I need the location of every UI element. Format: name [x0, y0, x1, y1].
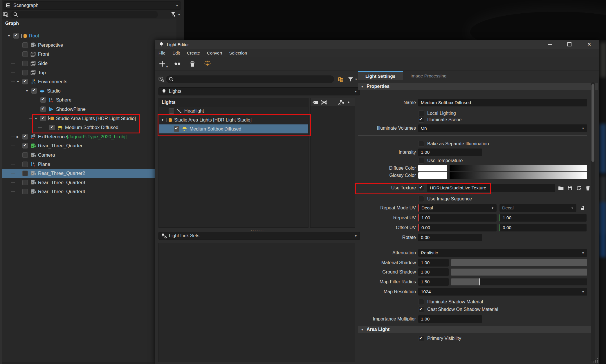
- value-input[interactable]: 1.00: [418, 259, 449, 267]
- minimize-button[interactable]: [540, 40, 560, 49]
- visibility-checkbox[interactable]: [40, 116, 46, 121]
- lock-icon[interactable]: [580, 205, 586, 211]
- checkbox[interactable]: [418, 158, 424, 164]
- menu-edit[interactable]: Edit: [172, 50, 180, 55]
- visibility-checkbox[interactable]: [22, 42, 28, 48]
- value-input-v[interactable]: 0.00: [499, 224, 587, 231]
- visibility-checkbox[interactable]: [13, 33, 19, 39]
- tree-item-rear-three-quarter3[interactable]: PRear_Three_Quarter3: [2, 178, 176, 187]
- node-graph-icon[interactable]: [338, 99, 345, 106]
- floppy-icon[interactable]: [567, 185, 573, 191]
- light-enable-checkbox[interactable]: [169, 108, 174, 114]
- tree-item-rear-three-quarter2[interactable]: PRear_Three_Quarter2: [2, 169, 176, 178]
- hierarchy-icon[interactable]: [338, 76, 344, 82]
- visibility-checkbox[interactable]: [22, 152, 28, 158]
- visibility-checkbox[interactable]: [49, 125, 55, 130]
- maximize-button[interactable]: [560, 40, 579, 49]
- scenegraph-left-scrollbar[interactable]: [0, 0, 2, 364]
- lights-group-selector[interactable]: Lights ▼: [158, 87, 360, 95]
- light-link-sets-selector[interactable]: Light Link Sets ▼: [158, 232, 360, 240]
- color-swatch[interactable]: [418, 165, 447, 171]
- tree-item-front[interactable]: Front: [2, 50, 176, 59]
- tag-icon[interactable]: [311, 99, 319, 106]
- tree-item-root[interactable]: ▼Root: [2, 31, 176, 41]
- menu-convert[interactable]: Convert: [207, 50, 222, 55]
- dropdown[interactable]: 1024▼: [418, 288, 587, 296]
- insert-marker-icon[interactable]: [329, 99, 336, 106]
- value-input[interactable]: 1.00: [418, 268, 449, 276]
- tree-item-plane[interactable]: Plane: [2, 160, 176, 169]
- visibility-checkbox[interactable]: [22, 79, 28, 84]
- checkbox[interactable]: [418, 299, 424, 305]
- light-item-medium-softbox-diffused[interactable]: Medium Softbox Diffused: [159, 124, 308, 133]
- expand-arrow-icon[interactable]: ▼: [17, 80, 22, 83]
- value-input[interactable]: 0.00: [418, 234, 482, 241]
- expand-arrow-icon[interactable]: ▼: [35, 117, 40, 120]
- texture-name-field[interactable]: HDRLightStudioLive Texture: [427, 184, 555, 192]
- tree-item-shadowplane[interactable]: ShadowPlane: [2, 105, 176, 114]
- filter-icon[interactable]: [347, 76, 354, 82]
- select-lines-cursor-icon[interactable]: [161, 11, 168, 18]
- dropdown[interactable]: Realistic▼: [418, 249, 587, 257]
- checkbox[interactable]: [418, 196, 424, 202]
- dropdown[interactable]: On▼: [418, 124, 587, 132]
- value-input[interactable]: 1.00: [418, 149, 482, 156]
- expand-arrow-icon[interactable]: ▼: [26, 89, 31, 93]
- window-resize-grip[interactable]: [591, 356, 598, 363]
- scenegraph-module-selector[interactable]: Scenegraph ▼: [3, 1, 181, 10]
- value-input[interactable]: Medium Softbox Diffused: [418, 99, 587, 106]
- tree-item-studio[interactable]: ▼Studio: [2, 86, 176, 96]
- visibility-checkbox[interactable]: [22, 171, 28, 176]
- expand-arrow-icon[interactable]: ▼: [161, 118, 166, 122]
- use-texture-checkbox[interactable]: [418, 185, 424, 191]
- filter-cursor-icon[interactable]: [170, 11, 177, 18]
- tree-item-sphere[interactable]: Sphere: [2, 95, 176, 105]
- lights-search-input[interactable]: [166, 75, 334, 83]
- visibility-checkbox[interactable]: [22, 143, 28, 149]
- tree-item-perspective[interactable]: PPerspective: [2, 41, 176, 50]
- slider[interactable]: [451, 259, 587, 266]
- value-input[interactable]: 1.50: [418, 278, 449, 286]
- visibility-checkbox[interactable]: [22, 51, 28, 57]
- settings-scrollbar[interactable]: [591, 82, 595, 362]
- folder-icon[interactable]: [558, 185, 564, 191]
- refresh-icon[interactable]: [576, 185, 582, 191]
- value-input-u[interactable]: 0.00: [418, 224, 497, 231]
- checkbox[interactable]: [418, 117, 424, 123]
- tree-item-side[interactable]: Side: [2, 59, 176, 68]
- slider[interactable]: [451, 278, 587, 285]
- visibility-checkbox[interactable]: [31, 88, 37, 94]
- tree-item-environments[interactable]: ▼Environments: [2, 77, 176, 86]
- tree-item-top[interactable]: Top: [2, 68, 176, 77]
- slider[interactable]: [451, 269, 587, 276]
- search-script-icon[interactable]: [158, 76, 164, 82]
- color-swatch[interactable]: [418, 172, 447, 179]
- checkbox[interactable]: [418, 111, 424, 116]
- visibility-checkbox[interactable]: [22, 189, 28, 194]
- radiate-icon[interactable]: [320, 99, 328, 106]
- chevron-right-icon[interactable]: [346, 99, 351, 106]
- expand-arrow-icon[interactable]: ▶: [17, 135, 22, 138]
- tree-item-rear-three-quarter[interactable]: PRear_Three_Quarter: [2, 141, 176, 151]
- tab-light-settings[interactable]: Light Settings: [358, 71, 403, 80]
- duplicate-button[interactable]: [174, 60, 181, 68]
- tree-item-extreference[interactable]: ▶ExtReference [JaguarF-Type_2020_hi.obj]: [2, 132, 176, 142]
- visibility-checkbox[interactable]: [40, 97, 46, 103]
- expand-arrow-icon[interactable]: ▼: [8, 34, 13, 37]
- visibility-checkbox[interactable]: [22, 180, 28, 185]
- visibility-checkbox[interactable]: [22, 134, 28, 140]
- menu-file[interactable]: File: [158, 50, 165, 55]
- light-enable-checkbox[interactable]: [174, 126, 179, 132]
- tree-item-rear-three-quarter4[interactable]: PRear_Three_Quarter4: [2, 187, 176, 196]
- tree-item-medium-softbox-diffused[interactable]: Medium Softbox Diffused: [2, 123, 176, 132]
- visibility-checkbox[interactable]: [22, 70, 28, 75]
- search-script-icon[interactable]: [3, 12, 9, 17]
- trash-icon[interactable]: [585, 185, 591, 191]
- settings-scrollbar-thumb[interactable]: [591, 84, 594, 162]
- tree-item-studio-area-lights-hdr-light-studio-[interactable]: ▼Studio Area Lights [HDR Light Studio]: [2, 114, 176, 123]
- area-light-section-header[interactable]: ▼Area Light: [358, 326, 595, 333]
- tree-item-camera[interactable]: PCamera: [2, 151, 176, 160]
- checkbox[interactable]: [418, 141, 424, 147]
- window-titlebar[interactable]: Light Editor ✕: [155, 40, 599, 49]
- close-button[interactable]: ✕: [579, 40, 599, 49]
